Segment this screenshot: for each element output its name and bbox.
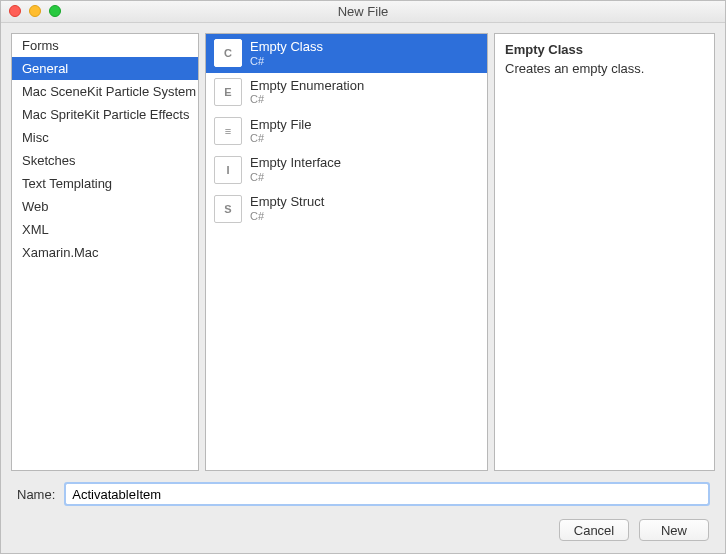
category-item[interactable]: Misc bbox=[12, 126, 198, 149]
template-item[interactable]: EEmpty EnumerationC# bbox=[206, 73, 487, 112]
template-subtitle: C# bbox=[250, 132, 311, 145]
file-icon: E bbox=[214, 78, 242, 106]
description-body: Creates an empty class. bbox=[505, 61, 704, 76]
titlebar: New File bbox=[1, 1, 725, 23]
template-name: Empty File bbox=[250, 117, 311, 133]
template-item[interactable]: IEmpty InterfaceC# bbox=[206, 150, 487, 189]
file-icon: S bbox=[214, 195, 242, 223]
category-item[interactable]: Sketches bbox=[12, 149, 198, 172]
category-list[interactable]: FormsGeneralMac SceneKit Particle System… bbox=[11, 33, 199, 471]
template-item[interactable]: SEmpty StructC# bbox=[206, 189, 487, 228]
category-item[interactable]: General bbox=[12, 57, 198, 80]
zoom-icon[interactable] bbox=[49, 5, 61, 17]
template-name: Empty Interface bbox=[250, 155, 341, 171]
description-title: Empty Class bbox=[505, 42, 704, 57]
template-subtitle: C# bbox=[250, 93, 364, 106]
template-list[interactable]: CEmpty ClassC#EEmpty EnumerationC#≡Empty… bbox=[205, 33, 488, 471]
template-name: Empty Enumeration bbox=[250, 78, 364, 94]
name-input[interactable] bbox=[65, 483, 709, 505]
window-title: New File bbox=[1, 4, 725, 19]
category-item[interactable]: XML bbox=[12, 218, 198, 241]
template-name: Empty Struct bbox=[250, 194, 324, 210]
name-row: Name: bbox=[11, 471, 715, 509]
description-panel: Empty Class Creates an empty class. bbox=[494, 33, 715, 471]
close-icon[interactable] bbox=[9, 5, 21, 17]
cancel-button[interactable]: Cancel bbox=[559, 519, 629, 541]
panels: FormsGeneralMac SceneKit Particle System… bbox=[11, 33, 715, 471]
category-item[interactable]: Xamarin.Mac bbox=[12, 241, 198, 264]
category-item[interactable]: Mac SceneKit Particle System bbox=[12, 80, 198, 103]
template-item[interactable]: CEmpty ClassC# bbox=[206, 34, 487, 73]
category-item[interactable]: Web bbox=[12, 195, 198, 218]
dialog-body: FormsGeneralMac SceneKit Particle System… bbox=[1, 23, 725, 553]
new-button[interactable]: New bbox=[639, 519, 709, 541]
template-subtitle: C# bbox=[250, 55, 323, 68]
name-label: Name: bbox=[17, 487, 55, 502]
file-icon: ≡ bbox=[214, 117, 242, 145]
new-file-dialog: New File FormsGeneralMac SceneKit Partic… bbox=[0, 0, 726, 554]
minimize-icon[interactable] bbox=[29, 5, 41, 17]
template-item[interactable]: ≡Empty FileC# bbox=[206, 112, 487, 151]
template-subtitle: C# bbox=[250, 210, 324, 223]
file-icon: C bbox=[214, 39, 242, 67]
traffic-lights bbox=[9, 5, 61, 17]
category-item[interactable]: Text Templating bbox=[12, 172, 198, 195]
category-item[interactable]: Mac SpriteKit Particle Effects bbox=[12, 103, 198, 126]
template-subtitle: C# bbox=[250, 171, 341, 184]
template-name: Empty Class bbox=[250, 39, 323, 55]
button-row: Cancel New bbox=[11, 509, 715, 547]
file-icon: I bbox=[214, 156, 242, 184]
category-item[interactable]: Forms bbox=[12, 34, 198, 57]
